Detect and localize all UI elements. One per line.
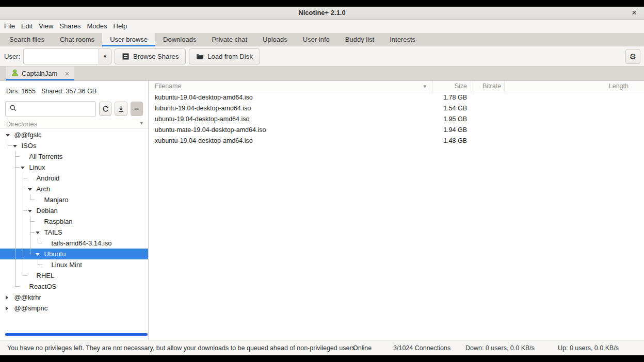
tab-user-browse[interactable]: User browse: [102, 33, 155, 46]
file-length: [504, 136, 644, 146]
file-length: [504, 103, 644, 114]
directory-tree: @@fgslcISOsAll TorrentsLinuxAndroidArchM…: [0, 129, 148, 314]
tab-chat-rooms[interactable]: Chat rooms: [52, 33, 102, 46]
tree-item-reactos[interactable]: ReactOS: [0, 281, 148, 292]
file-row-kubuntu-19-04-desktop-amd64-iso[interactable]: kubuntu-19.04-desktop-amd64.iso1.78 GB: [149, 92, 644, 103]
tree-item-isos[interactable]: ISOs: [0, 140, 148, 151]
tree-guide-line: [23, 238, 23, 249]
tab-buddy-list[interactable]: Buddy list: [337, 33, 382, 46]
tree-connector-line: [30, 221, 35, 222]
expander-open-icon[interactable]: [36, 232, 40, 234]
tab-interests[interactable]: Interests: [382, 33, 423, 46]
files-pane: Filename ▾ Size Bitrate Length kubuntu-1…: [149, 81, 644, 340]
window-title: Nicotine+ 2.1.0: [0, 7, 644, 19]
tree-connector-line: [38, 238, 38, 243]
search-icon: [9, 104, 17, 114]
file-row-xubuntu-19-04-desktop-amd64-iso[interactable]: xubuntu-19.04-desktop-amd64.iso1.48 GB: [149, 136, 644, 146]
tree-item-raspbian[interactable]: Raspbian: [0, 216, 148, 227]
sort-desc-icon: ▾: [140, 120, 143, 126]
expander-closed-icon[interactable]: [6, 306, 8, 310]
menu-help[interactable]: Help: [110, 20, 131, 33]
column-header-bitrate[interactable]: Bitrate: [471, 81, 504, 92]
close-icon[interactable]: ×: [65, 70, 69, 77]
tree-item-ktrhr[interactable]: @@ktrhr: [0, 292, 148, 303]
refresh-icon[interactable]: [99, 102, 111, 116]
tree-item-label: ISOs: [22, 140, 37, 151]
menu-view[interactable]: View: [36, 20, 56, 33]
menu-shares[interactable]: Shares: [56, 20, 84, 33]
tree-item-linux-mint[interactable]: Linux Mint: [0, 259, 148, 270]
file-size: 1.78 GB: [432, 92, 471, 103]
file-name: xubuntu-19.04-desktop-amd64.iso: [149, 136, 432, 146]
tree-item-rhel[interactable]: RHEL: [0, 270, 148, 281]
tree-connector-line: [30, 200, 35, 200]
column-header-filename[interactable]: Filename ▾: [149, 81, 432, 92]
file-row-ubuntu-19-04-desktop-amd64-iso[interactable]: ubuntu-19.04-desktop-amd64.iso1.95 GB: [149, 114, 644, 125]
file-row-lubuntu-19-04-desktop-amd64-iso[interactable]: lubuntu-19.04-desktop-amd64.iso1.54 GB: [149, 103, 644, 114]
column-header-length[interactable]: Length: [504, 81, 644, 92]
user-input[interactable]: [23, 48, 99, 64]
tree-item-linux[interactable]: Linux: [0, 162, 148, 173]
tab-uploads[interactable]: Uploads: [255, 33, 295, 46]
file-bitrate: [471, 92, 504, 103]
user-label: User:: [4, 53, 20, 60]
tree-item-tails-amd64-3-14-iso[interactable]: tails-amd64-3.14.iso: [0, 238, 148, 249]
tree-item-tails[interactable]: TAILS: [0, 227, 148, 238]
expander-open-icon[interactable]: [28, 188, 32, 191]
tree-item-smpnc[interactable]: @@smpnc: [0, 303, 148, 314]
tree-connector-line: [15, 156, 20, 157]
gear-icon[interactable]: ⚙: [625, 49, 640, 64]
tree-item-android[interactable]: Android: [0, 173, 148, 184]
expander-open-icon[interactable]: [36, 253, 40, 256]
directories-column-header[interactable]: Directories ▾: [0, 119, 148, 129]
tree-connector-line: [38, 243, 42, 243]
file-size: 1.95 GB: [432, 114, 471, 125]
tree-item-label: TAILS: [44, 227, 62, 238]
nicotine-window: Nicotine+ 2.1.0 × FileEditViewSharesMode…: [0, 7, 644, 355]
tree-item-label: Linux Mint: [52, 259, 82, 270]
close-icon[interactable]: ×: [627, 7, 641, 19]
menu-edit[interactable]: Edit: [18, 20, 36, 33]
tree-connector-line: [30, 254, 35, 254]
tree-item-debian[interactable]: Debian: [0, 205, 148, 216]
tab-private-chat[interactable]: Private chat: [204, 33, 255, 46]
load-from-disk-button[interactable]: Load from Disk: [189, 48, 260, 64]
tree-search-box[interactable]: [5, 101, 96, 117]
upload-status: Up: 0 users, 0.0 KB/s: [558, 344, 619, 352]
file-row-ubuntu-mate-19-04-desktop-amd64-iso[interactable]: ubuntu-mate-19.04-desktop-amd64.iso1.94 …: [149, 125, 644, 136]
expander-open-icon[interactable]: [6, 134, 10, 137]
browse-shares-button[interactable]: Browse Shares: [115, 48, 186, 64]
tree-item-all-torrents[interactable]: All Torrents: [0, 151, 148, 162]
tab-user-info[interactable]: User info: [295, 33, 337, 46]
tree-item-fgslc[interactable]: @@fgslc: [0, 129, 148, 140]
column-header-size[interactable]: Size: [432, 81, 471, 92]
file-size: 1.94 GB: [432, 125, 471, 136]
collapse-icon[interactable]: [131, 102, 143, 116]
expander-open-icon[interactable]: [13, 145, 17, 147]
tree-guide-line: [15, 227, 15, 238]
tree-item-manjaro[interactable]: Manjaro: [0, 194, 148, 205]
expander-open-icon[interactable]: [21, 167, 25, 169]
user-combobox: ▾: [23, 48, 111, 64]
tree-guide-line: [15, 173, 15, 184]
subtab-captainjam[interactable]: CaptainJam ×: [6, 67, 74, 80]
menu-file[interactable]: File: [4, 20, 18, 33]
tree-item-arch[interactable]: Arch: [0, 184, 148, 194]
expander-open-icon[interactable]: [28, 210, 32, 212]
chevron-down-icon[interactable]: ▾: [99, 48, 111, 64]
tree-connector-line: [23, 270, 23, 275]
save-list-icon[interactable]: [115, 102, 127, 116]
expander-closed-icon[interactable]: [6, 295, 8, 300]
tree-item-label: @@smpnc: [14, 303, 48, 314]
tree-guide-line: [15, 205, 15, 216]
menu-modes[interactable]: Modes: [84, 20, 110, 33]
tree-item-label: tails-amd64-3.14.iso: [52, 238, 112, 249]
main-tabbar: Search filesChat roomsUser browseDownloa…: [0, 33, 644, 46]
tree-item-ubuntu[interactable]: Ubuntu: [0, 249, 148, 259]
tab-downloads[interactable]: Downloads: [155, 33, 204, 46]
tab-search-files[interactable]: Search files: [2, 33, 52, 46]
file-bitrate: [471, 114, 504, 125]
horizontal-scrollbar[interactable]: [5, 333, 148, 336]
user-toolbar: User: ▾ Browse Shares Load from Disk ⚙: [0, 46, 644, 67]
tree-guide-line: [23, 194, 23, 205]
